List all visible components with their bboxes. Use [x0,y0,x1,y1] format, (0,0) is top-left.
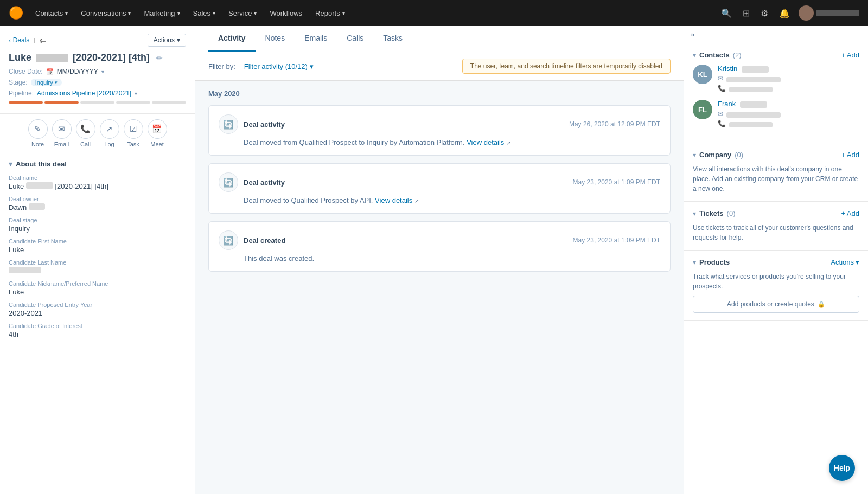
log-button[interactable]: ↗ Log [100,119,119,147]
deals-link[interactable]: Deals [13,36,30,44]
hubspot-logo[interactable]: 🟠 [9,6,23,20]
contacts-chevron-icon[interactable]: ▾ [693,52,696,59]
contact-email-kristin: ✉ [718,75,781,82]
tickets-count: (0) [727,209,736,217]
activity-card-3: 🔄 Deal created May 23, 2020 at 1:09 PM E… [208,221,671,272]
deal-header: ‹ Deals | 🏷 Actions ▾ Luke [2020-2021] [… [0,26,195,114]
note-button[interactable]: ✎ Note [28,119,48,147]
deal-title-suffix: [2020-2021] [4th] [73,52,150,63]
deal-first-name: Luke [9,52,31,63]
timeline-month: May 2020 [208,89,671,98]
products-actions-button[interactable]: Actions ▾ [831,258,859,266]
email-button[interactable]: ✉ Email [52,119,72,147]
search-icon[interactable]: 🔍 [717,5,736,22]
about-title: About this deal [16,160,67,168]
breadcrumb: ‹ Deals | 🏷 Actions ▾ [9,34,186,47]
deal-actions-button[interactable]: Actions ▾ [148,34,186,47]
tab-calls[interactable]: Calls [337,26,373,52]
call-button[interactable]: 📞 Call [76,119,95,147]
tickets-chevron-icon[interactable]: ▾ [693,210,696,217]
add-ticket-button[interactable]: + Add [841,209,859,217]
help-button[interactable]: Help [829,455,855,481]
note-icon: ✎ [28,119,48,139]
filter-notice: The user, team, and search timeline filt… [462,59,671,74]
lock-icon: 🔒 [818,301,825,308]
company-description: View all interactions with this deal's c… [693,164,859,194]
tab-notes[interactable]: Notes [256,26,295,52]
back-to-deals[interactable]: ‹ Deals [9,36,29,44]
email-icon: ✉ [52,119,72,139]
task-button[interactable]: ☑ Task [124,119,143,147]
activity-type-2: Deal activity [244,178,285,187]
contact-name-kristin[interactable]: Kristin [718,65,781,73]
deal-title-row: Luke [2020-2021] [4th] ✏ [9,52,186,63]
activity-card-1-header: 🔄 Deal activity May 26, 2020 at 12:09 PM… [219,114,660,134]
add-company-button[interactable]: + Add [841,151,859,159]
edit-deal-icon[interactable]: ✏ [156,54,163,62]
filter-activity-button[interactable]: Filter activity (10/12) ▾ [244,62,314,70]
contacts-title: Contacts [699,51,730,59]
email-icon-kristin: ✉ [718,75,723,82]
about-header[interactable]: ▾ About this deal [9,160,186,168]
tab-activity[interactable]: Activity [208,26,256,52]
view-details-link-2[interactable]: View details [375,196,412,204]
marketplace-icon[interactable]: ⊞ [738,5,754,22]
external-link-icon-1: ↗ [506,140,510,146]
meet-button[interactable]: 📅 Meet [148,119,167,147]
deal-activity-icon-2: 🔄 [219,172,238,192]
about-chevron-icon: ▾ [9,160,12,168]
view-details-link-1[interactable]: View details [467,138,504,146]
deal-close-date: Close Date: 📅 MM/DD/YYYY ▾ [9,68,186,75]
user-avatar[interactable] [799,5,814,21]
deals-icon: 🏷 [40,36,47,44]
contact-phone-kristin: 📞 [718,85,781,92]
call-icon: 📞 [76,119,95,139]
collapse-sidebar-button[interactable]: » [684,26,868,43]
deal-activity-icon-1: 🔄 [219,114,238,134]
activity-card-2: 🔄 Deal activity May 23, 2020 at 1:09 PM … [208,163,671,214]
activity-timestamp-3: May 23, 2020 at 1:09 PM EDT [573,236,660,244]
pipeline-link[interactable]: Admissions Pipeline [2020/2021] [37,89,131,97]
nav-marketing[interactable]: Marketing▾ [138,7,185,20]
contacts-section-header: ▾ Contacts (2) + Add [693,51,859,59]
add-products-button[interactable]: Add products or create quotes 🔒 [693,296,859,313]
tab-emails[interactable]: Emails [295,26,337,52]
about-section: ▾ About this deal Deal name Luke [2020-2… [0,153,195,350]
products-section-header: ▾ Products Actions ▾ [693,258,859,266]
stage-badge[interactable]: Inquiry▾ [31,79,62,86]
field-candidate-last-name: Candidate Last Name [9,259,186,275]
stage-seg-3 [80,101,114,104]
products-title: Products [699,258,730,266]
username-display [816,10,859,16]
tab-tasks[interactable]: Tasks [373,26,412,52]
nav-service[interactable]: Service▾ [223,7,262,20]
company-title: Company [699,151,731,159]
nav-contacts[interactable]: Contacts▾ [30,7,73,20]
main-content: Activity Notes Emails Calls Tasks Filter… [195,26,684,494]
nav-sales[interactable]: Sales▾ [188,7,221,20]
collapse-icon: » [691,30,694,39]
products-chevron-icon[interactable]: ▾ [693,259,696,266]
add-contact-button[interactable]: + Add [841,51,859,59]
activity-body-2: Deal moved to Qualified Prospect by API.… [219,196,660,204]
contact-avatar-frank: FL [693,100,712,119]
field-deal-name: Deal name Luke [2020-2021] [4th] [9,175,186,190]
contact-name-frank[interactable]: Frank [718,100,781,108]
deal-created-icon: 🔄 [219,230,238,250]
task-icon: ☑ [124,119,143,139]
action-buttons-row: ✎ Note ✉ Email 📞 Call ↗ Log ☑ Task 📅 Mee [0,114,195,153]
left-sidebar: ‹ Deals | 🏷 Actions ▾ Luke [2020-2021] [… [0,26,195,494]
notifications-icon[interactable]: 🔔 [775,5,794,22]
nav-reports[interactable]: Reports▾ [310,7,350,20]
settings-icon[interactable]: ⚙ [756,5,773,22]
email-icon-frank: ✉ [718,110,723,118]
breadcrumb-divider: | [34,37,35,43]
stage-seg-5 [152,101,186,104]
activity-body-3: This deal was created. [219,254,660,262]
nav-conversations[interactable]: Conversations▾ [75,7,136,20]
nav-workflows[interactable]: Workflows [264,7,308,20]
contacts-section: ▾ Contacts (2) + Add KL Kristin ✉ [684,43,868,143]
contact-info-kristin: Kristin ✉ 📞 [718,65,781,92]
company-section-header: ▾ Company (0) + Add [693,151,859,159]
company-chevron-icon[interactable]: ▾ [693,151,696,159]
